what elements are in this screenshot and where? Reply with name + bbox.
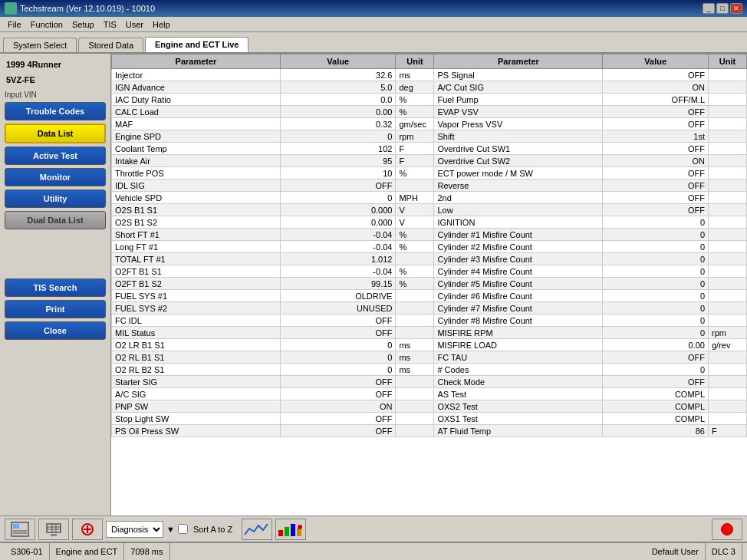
right-unit-cell: rpm [709, 327, 747, 339]
right-unit-cell [709, 413, 747, 425]
left-param-cell: O2 RL B2 S1 [112, 364, 281, 376]
right-value-cell: OFF [603, 167, 709, 180]
left-unit-cell [396, 388, 434, 400]
left-value-cell: OFF [281, 413, 396, 425]
left-param-cell: O2S B1 S2 [112, 216, 281, 229]
maximize-button[interactable]: □ [716, 3, 729, 14]
tab-stored-data[interactable]: Stored Data [78, 38, 143, 52]
monitor-button[interactable]: Monitor [5, 168, 106, 186]
left-value-cell: UNUSED [281, 302, 396, 315]
dropdown-arrow-icon: ▼ [166, 525, 175, 534]
right-value-cell: OFF [603, 180, 709, 192]
right-unit-cell [709, 94, 747, 106]
left-unit-cell: % [396, 106, 434, 118]
right-value-cell: COMPL [603, 413, 709, 425]
table-row: O2FT B1 S2 99.15 % Cylinder #5 Misfire C… [112, 278, 747, 290]
svg-rect-3 [13, 532, 27, 534]
right-value-cell: 0 [603, 278, 709, 290]
chart2-icon-button[interactable] [275, 519, 306, 540]
right-unit-cell [709, 69, 747, 81]
table-row: FUEL SYS #1 OLDRIVE Cylinder #6 Misfire … [112, 290, 747, 302]
close-window-button[interactable]: ✕ [730, 3, 742, 14]
left-unit-cell [396, 376, 434, 388]
left-param-cell: O2 LR B1 S1 [112, 339, 281, 351]
table-row: FC IDL OFF Cylinder #8 Misfire Count 0 [112, 315, 747, 327]
right-param-cell: Cylinder #2 Misfire Count [434, 241, 603, 253]
menu-setup[interactable]: Setup [67, 19, 99, 30]
right-value-cell: 0 [603, 229, 709, 241]
left-unit-cell: rpm [396, 130, 434, 143]
main-container: 1999 4Runner 5VZ-FE Input VIN Trouble Co… [0, 52, 747, 516]
right-unit-cell [709, 290, 747, 302]
diagnosis-select[interactable]: Diagnosis [106, 521, 163, 538]
toolbar-icon-3[interactable] [72, 519, 103, 540]
left-param-cell: Short FT #1 [112, 229, 281, 241]
right-param-cell: MISFIRE LOAD [434, 339, 603, 351]
right-unit-cell: F [709, 425, 747, 437]
vehicle-info-line1: 1999 4Runner [5, 58, 106, 71]
window-controls[interactable]: _ □ ✕ [703, 3, 742, 14]
menu-user[interactable]: User [121, 19, 148, 30]
trouble-codes-button[interactable]: Trouble Codes [5, 102, 106, 120]
dual-data-list-button[interactable]: Dual Data List [5, 211, 106, 229]
right-unit-cell [709, 302, 747, 315]
tis-search-button[interactable]: TIS Search [5, 278, 106, 297]
close-button[interactable]: Close [5, 321, 106, 340]
right-value-cell: OFF [603, 376, 709, 388]
right-value-cell: OFF [603, 118, 709, 130]
sort-label: Sort A to Z [193, 525, 232, 534]
table-row: TOTAL FT #1 1.012 Cylinder #3 Misfire Co… [112, 253, 747, 265]
menu-file[interactable]: File [3, 19, 26, 30]
right-unit-cell [709, 106, 747, 118]
right-param-cell: AT Fluid Temp [434, 425, 603, 437]
left-param-cell: IAC Duty Ratio [112, 94, 281, 106]
tab-engine-ect-live[interactable]: Engine and ECT Live [145, 37, 248, 52]
menu-tis[interactable]: TIS [99, 19, 121, 30]
menu-function[interactable]: Function [26, 19, 67, 30]
graph-icon-button[interactable] [242, 519, 272, 540]
right-param-cell: Cylinder #5 Misfire Count [434, 278, 603, 290]
minimize-button[interactable]: _ [703, 3, 715, 14]
right-param-cell: Fuel Pump [434, 94, 603, 106]
right-value-cell: 0 [603, 364, 709, 376]
right-param-cell: Reverse [434, 180, 603, 192]
left-value-cell: OFF [281, 376, 396, 388]
menu-help[interactable]: Help [148, 19, 175, 30]
right-value-cell: 0 [603, 290, 709, 302]
table-row: IAC Duty Ratio 0.0 % Fuel Pump OFF/M.L [112, 94, 747, 106]
left-param-cell: PNP SW [112, 400, 281, 413]
toolbar-icon-1[interactable] [5, 519, 35, 540]
left-unit-cell [396, 425, 434, 437]
left-param-cell: O2FT B1 S2 [112, 278, 281, 290]
sort-checkbox[interactable] [178, 524, 188, 534]
table-row: O2 LR B1 S1 0 ms MISFIRE LOAD 0.00 g/rev [112, 339, 747, 351]
left-param-cell: PS Oil Press SW [112, 425, 281, 437]
left-unit-cell [396, 327, 434, 339]
svg-rect-1 [13, 524, 19, 529]
active-test-button[interactable]: Active Test [5, 147, 106, 165]
left-param-header: Parameter [112, 54, 281, 69]
vehicle-info-line2: 5VZ-FE [5, 74, 106, 86]
left-param-cell: Throttle POS [112, 167, 281, 180]
left-unit-cell: F [396, 143, 434, 155]
data-list-button[interactable]: Data List [5, 124, 106, 143]
left-unit-cell: % [396, 278, 434, 290]
right-param-cell: MISFIRE RPM [434, 327, 603, 339]
table-row: Coolant Temp 102 F Overdrive Cut SW1 OFF [112, 143, 747, 155]
right-param-cell: Cylinder #3 Misfire Count [434, 253, 603, 265]
print-button[interactable]: Print [5, 300, 106, 318]
left-value-cell: 0 [281, 351, 396, 364]
left-param-cell: Injector [112, 69, 281, 81]
tab-system-select[interactable]: System Select [3, 38, 77, 52]
table-row: CALC Load 0.00 % EVAP VSV OFF [112, 106, 747, 118]
right-value-cell: ON [603, 81, 709, 94]
table-row: Vehicle SPD 0 MPH 2nd OFF [112, 192, 747, 204]
left-unit-cell: deg [396, 81, 434, 94]
left-param-cell: Long FT #1 [112, 241, 281, 253]
toolbar-icon-2[interactable] [38, 519, 69, 540]
table-row: MAF 0.32 gm/sec Vapor Press VSV OFF [112, 118, 747, 130]
utility-button[interactable]: Utility [5, 189, 106, 208]
left-param-cell: IGN Advance [112, 81, 281, 94]
record-button[interactable] [712, 519, 742, 540]
left-param-cell: Stop Light SW [112, 413, 281, 425]
